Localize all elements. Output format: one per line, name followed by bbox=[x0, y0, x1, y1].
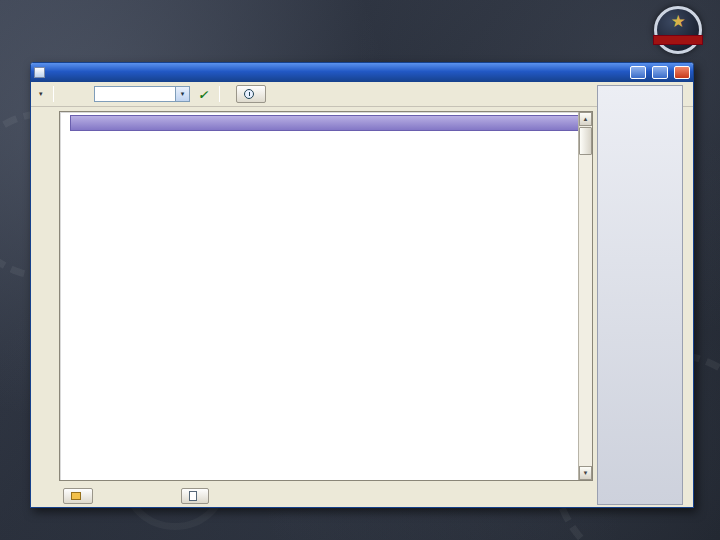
open-folder-dropdown-icon[interactable]: ▾ bbox=[39, 90, 47, 98]
toolbar: ▾ ▾ bbox=[31, 82, 693, 107]
sidebar bbox=[597, 85, 683, 505]
star-icon: ★ bbox=[657, 11, 699, 32]
apply-icon[interactable] bbox=[193, 85, 213, 103]
sidebar-nav bbox=[599, 90, 681, 503]
toolbar-separator bbox=[219, 86, 220, 102]
events-button[interactable] bbox=[236, 85, 266, 103]
logo-text bbox=[653, 35, 703, 45]
scroll-up-icon[interactable] bbox=[579, 112, 592, 126]
main-window: ▾ ▾ bbox=[30, 62, 694, 508]
clock-icon bbox=[244, 89, 254, 99]
slide-background: ★ ▾ ▾ bbox=[0, 0, 720, 540]
toolbar-combobox[interactable]: ▾ bbox=[94, 86, 190, 102]
app-icon bbox=[34, 67, 45, 78]
stardiesel-logo: ★ bbox=[654, 6, 702, 54]
minimize-button[interactable] bbox=[630, 66, 646, 79]
document-icon bbox=[189, 491, 197, 501]
status-banner bbox=[70, 115, 582, 131]
chevron-down-icon[interactable]: ▾ bbox=[175, 87, 189, 101]
scrollbar-thumb[interactable] bbox=[579, 127, 592, 155]
close-button[interactable] bbox=[674, 66, 690, 79]
content-panel bbox=[59, 111, 593, 481]
maximize-button[interactable] bbox=[652, 66, 668, 79]
vertical-scrollbar[interactable] bbox=[578, 112, 592, 480]
window-titlebar bbox=[31, 63, 693, 82]
create-proforma-button[interactable] bbox=[63, 488, 93, 504]
project-proforma-button[interactable] bbox=[181, 488, 209, 504]
scroll-down-icon[interactable] bbox=[579, 466, 592, 480]
toolbar-separator bbox=[53, 86, 54, 102]
new-document-icon bbox=[71, 492, 81, 500]
